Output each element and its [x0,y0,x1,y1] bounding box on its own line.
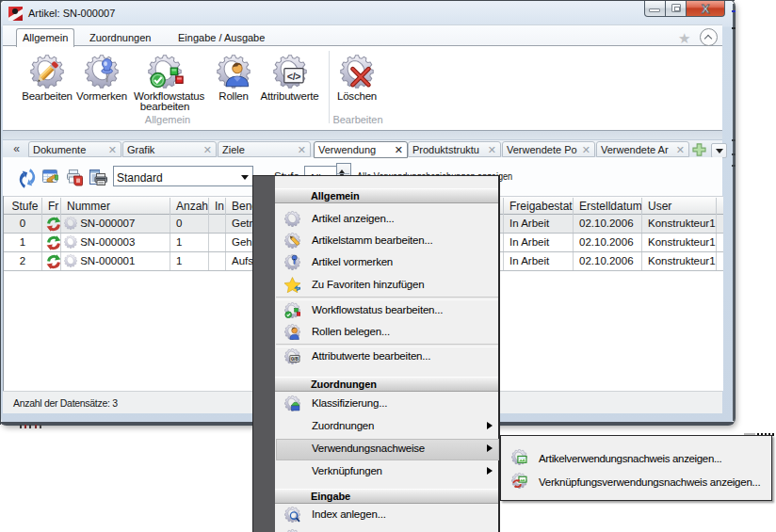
svg-text:</>: </> [286,71,300,82]
svg-text:0/8: 0/8 [291,356,299,362]
